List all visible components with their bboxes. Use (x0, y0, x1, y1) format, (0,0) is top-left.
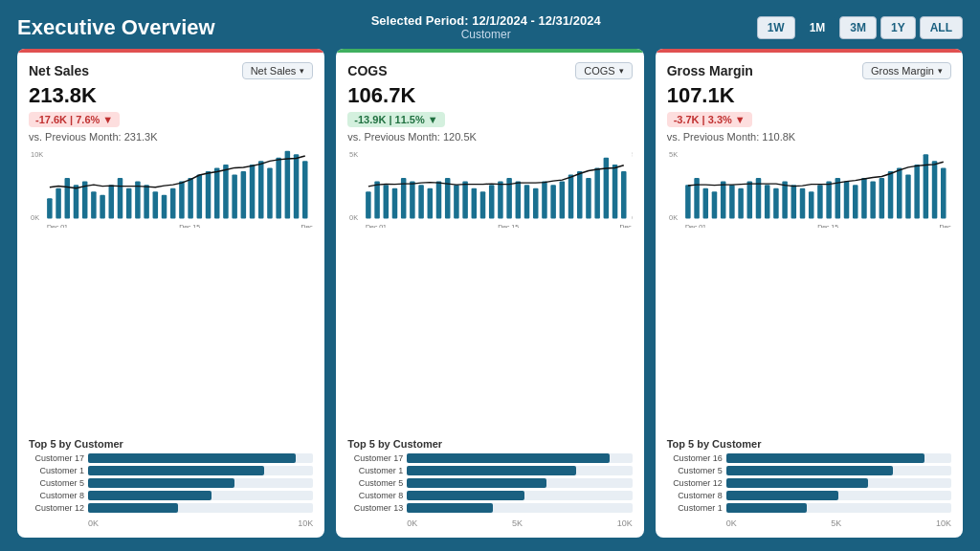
dashboard: Executive Overview Selected Period: 12/1… (0, 0, 980, 551)
gross-margin-badge: -3.7K | 3.3% ▼ (667, 112, 752, 127)
svg-rect-25 (250, 165, 256, 219)
svg-rect-60 (551, 185, 557, 218)
cogs-header: COGSCOGS▾ (347, 62, 632, 79)
svg-rect-45 (419, 185, 425, 218)
net-sales-bar-fill-3 (88, 491, 212, 500)
net-sales-section-label: Top 5 by Customer (29, 438, 313, 450)
cogs-chart: 5K0KDec 01Dec 15Dec 295K0K (347, 146, 632, 430)
period-info: Selected Period: 12/1/2024 - 12/31/2024 … (371, 13, 601, 41)
cogs-bar-track-4 (407, 503, 632, 513)
cogs-bar-label-1: Customer 1 (347, 466, 403, 475)
gross-margin-chart: 5K0KDec 01Dec 15Dec 295K0K (667, 146, 951, 430)
svg-rect-90 (809, 191, 814, 218)
svg-text:10K: 10K (31, 152, 44, 159)
svg-rect-65 (595, 167, 601, 218)
svg-text:0K: 0K (31, 215, 39, 222)
svg-rect-53 (489, 185, 495, 218)
time-btn-1w[interactable]: 1W (757, 16, 795, 39)
net-sales-bar-label-0: Customer 17 (29, 453, 84, 463)
list-item: Customer 1 (29, 466, 313, 475)
svg-rect-80 (721, 182, 726, 219)
gross-margin-bar-track-3 (726, 491, 951, 500)
gross-margin-bar-track-2 (726, 478, 951, 488)
gross-margin-section-label: Top 5 by Customer (667, 438, 951, 450)
cogs-chart-svg: 5K0KDec 01Dec 15Dec 295K0K (347, 146, 632, 228)
cards-row: Net SalesNet Sales▾213.8K-17.6K | 7.6% ▼… (17, 49, 963, 538)
cogs-bar-label-0: Customer 17 (347, 453, 403, 463)
axis-label: 5K (512, 518, 523, 528)
svg-rect-59 (543, 182, 548, 219)
gross-margin-header: Gross MarginGross Margin▾ (667, 62, 951, 79)
svg-rect-100 (897, 167, 902, 218)
cogs-value: 106.7K (347, 83, 632, 108)
list-item: Customer 17 (29, 453, 313, 463)
chevron-down-icon: ▾ (938, 66, 943, 76)
svg-rect-102 (914, 165, 920, 219)
gross-margin-dropdown[interactable]: Gross Margin▾ (862, 62, 951, 79)
svg-rect-27 (267, 167, 273, 218)
svg-rect-9 (109, 185, 115, 218)
net-sales-bar-label-2: Customer 5 (29, 478, 84, 488)
time-btn-1m[interactable]: 1M (799, 16, 836, 39)
svg-rect-8 (100, 195, 105, 219)
list-item: Customer 12 (667, 478, 951, 488)
period-filter: Customer (371, 28, 601, 41)
chevron-down-icon: ▾ (300, 66, 304, 76)
net-sales-dropdown[interactable]: Net Sales▾ (242, 62, 314, 79)
card-cogs: COGSCOGS▾106.7K-13.9K | 11.5% ▼vs. Previ… (336, 49, 643, 538)
gross-margin-bar-fill-0 (726, 453, 924, 463)
time-btn-1y[interactable]: 1Y (880, 16, 916, 39)
net-sales-badge-row: -17.6K | 7.6% ▼ (29, 112, 313, 127)
svg-rect-87 (782, 182, 788, 219)
axis-label: 10K (936, 518, 951, 528)
svg-rect-101 (905, 175, 911, 219)
cogs-bar-track-2 (407, 478, 632, 488)
net-sales-axis-labels: 0K10K (29, 518, 313, 528)
gross-margin-bar-label-4: Customer 1 (667, 503, 723, 513)
cogs-dropdown-label: COGS (584, 65, 614, 77)
svg-text:0K: 0K (349, 215, 358, 222)
list-item: Customer 12 (29, 503, 313, 513)
cogs-bar-fill-0 (407, 453, 610, 463)
arrow-icon: ▼ (102, 114, 113, 125)
gross-margin-value: 107.1K (667, 83, 951, 108)
svg-rect-82 (738, 188, 744, 219)
page-title: Executive Overview (17, 15, 215, 40)
arrow-icon: ▼ (428, 114, 438, 125)
gross-margin-bar-label-2: Customer 12 (667, 478, 723, 488)
svg-text:Dec 29: Dec 29 (620, 223, 633, 228)
cogs-dropdown[interactable]: COGS▾ (575, 62, 632, 79)
svg-text:Dec 01: Dec 01 (366, 223, 387, 228)
gross-margin-dropdown-label: Gross Margin (871, 65, 934, 77)
gross-margin-bar-fill-1 (726, 466, 893, 475)
cogs-bar-track-0 (407, 453, 632, 463)
cogs-border (336, 49, 643, 53)
time-btn-all[interactable]: ALL (920, 16, 963, 39)
arrow-icon: ▼ (735, 114, 746, 125)
svg-rect-5 (74, 185, 79, 218)
svg-text:Dec 01: Dec 01 (47, 223, 68, 228)
svg-rect-2 (47, 198, 53, 218)
svg-rect-94 (843, 182, 849, 219)
svg-rect-104 (931, 161, 937, 218)
gross-margin-bar-track-0 (726, 453, 951, 463)
net-sales-bar-label-4: Customer 12 (29, 503, 84, 513)
svg-rect-3 (56, 188, 61, 219)
net-sales-badge: -17.6K | 7.6% ▼ (29, 112, 120, 127)
cogs-bar-track-1 (407, 466, 632, 475)
svg-rect-51 (472, 188, 478, 219)
net-sales-header: Net SalesNet Sales▾ (29, 62, 313, 79)
svg-rect-4 (65, 178, 71, 219)
gross-margin-bar-label-3: Customer 8 (667, 491, 723, 500)
net-sales-bar-fill-4 (88, 503, 178, 513)
gross-margin-bar-fill-3 (726, 491, 839, 500)
time-btn-3m[interactable]: 3M (839, 16, 877, 39)
net-sales-bar-label-1: Customer 1 (29, 466, 84, 475)
svg-rect-42 (392, 188, 398, 219)
svg-rect-56 (516, 182, 522, 219)
svg-rect-17 (179, 182, 185, 219)
gross-margin-bar-fill-2 (726, 478, 868, 488)
svg-rect-14 (153, 191, 159, 218)
svg-rect-63 (577, 171, 583, 219)
net-sales-horiz-bars: Customer 17Customer 1Customer 5Customer … (29, 453, 313, 513)
